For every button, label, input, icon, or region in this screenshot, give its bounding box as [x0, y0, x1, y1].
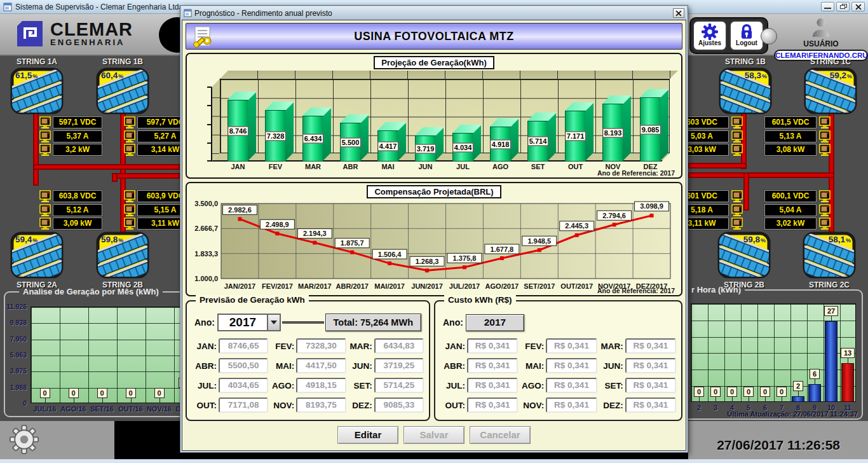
- month-field-label: MAI:: [519, 361, 546, 371]
- x-axis-label: 11: [832, 404, 863, 411]
- y-axis-label: 0: [6, 399, 27, 407]
- month-field-input[interactable]: R$ 0,341: [546, 358, 597, 373]
- solar-string-icon[interactable]: 59,8%: [96, 232, 149, 279]
- month-field-input[interactable]: 7328,30: [296, 338, 346, 354]
- monitor-icon: [731, 130, 743, 143]
- readout-value: 3,09 kW: [53, 218, 102, 230]
- bar-value-label: 0: [776, 387, 787, 397]
- dc-bus-pipe: [688, 172, 834, 178]
- total-mwh-display[interactable]: Total: 75,264 MWh: [325, 314, 421, 331]
- cancelar-button[interactable]: Cancelar: [470, 426, 531, 444]
- month-field-label: OUT:: [440, 401, 467, 410]
- percent-value: 58,1: [829, 235, 845, 244]
- readout-value: 5,04 A: [764, 204, 817, 216]
- month-field-input[interactable]: R$ 0,341: [625, 358, 676, 373]
- month-field: JUN:3719,25: [348, 358, 424, 373]
- percent-value: 59,2: [830, 71, 846, 80]
- svg-text:SET/2017: SET/2017: [524, 282, 555, 290]
- month-field: MAI:R$ 0,341: [519, 358, 597, 373]
- chart-wall-top: [220, 71, 678, 79]
- x-axis-label: JUN: [408, 163, 444, 170]
- y-axis-label: 9.938: [6, 319, 27, 326]
- logo-title: CLEMAR: [50, 21, 133, 38]
- logout-label: Logout: [736, 39, 757, 46]
- month-field-input[interactable]: 4417,50: [296, 358, 346, 373]
- month-field-input[interactable]: R$ 0,341: [546, 397, 597, 413]
- solar-string-icon[interactable]: 59,8%: [717, 232, 771, 279]
- label-stem: [74, 398, 74, 403]
- editar-button[interactable]: Editar: [337, 426, 398, 444]
- x-axis-label: AGO: [483, 163, 519, 170]
- bar-value-label: 5.500: [340, 137, 362, 147]
- close-dialog-button[interactable]: [673, 8, 684, 18]
- string-name: STRING 1A: [5, 57, 69, 66]
- month-field-input[interactable]: 6434,83: [374, 338, 424, 354]
- bar-value-label: 13: [841, 348, 855, 358]
- month-field-input[interactable]: 4034,65: [219, 378, 268, 393]
- bar: 4.918: [490, 127, 511, 162]
- x-axis-label: NOV/16: [144, 405, 175, 413]
- bar: [808, 384, 821, 402]
- month-field-input[interactable]: 5714,25: [374, 378, 424, 393]
- month-field: SET:5714,25: [348, 378, 424, 393]
- minimize-button[interactable]: [821, 2, 834, 11]
- solar-string-icon[interactable]: 60,4%: [96, 67, 149, 114]
- month-field-input[interactable]: R$ 0,341: [625, 378, 676, 393]
- dc-bus-pipe: [33, 112, 39, 186]
- month-field-input[interactable]: 5500,50: [219, 358, 268, 373]
- month-field-input[interactable]: 9085,33: [374, 397, 424, 413]
- month-field-input[interactable]: R$ 0,341: [625, 338, 676, 354]
- month-field-input[interactable]: R$ 0,341: [625, 397, 676, 413]
- plant-title: USINA FOTOVOLTAICA MTZ: [354, 30, 514, 43]
- solar-string-icon[interactable]: 61,5%: [10, 67, 64, 114]
- month-field-input[interactable]: 3719,25: [374, 358, 424, 373]
- month-field-input[interactable]: 7171,08: [219, 397, 268, 413]
- month-field-input[interactable]: R$ 0,341: [467, 378, 518, 393]
- bar-value-label: 6: [810, 369, 820, 379]
- user-silhouette-icon: [808, 17, 834, 38]
- month-field-label: JAN:: [440, 342, 467, 351]
- ajustes-button[interactable]: Ajustes: [693, 20, 727, 51]
- salvar-button[interactable]: Salvar: [403, 426, 465, 444]
- solar-string-icon[interactable]: 58,1%: [803, 232, 856, 279]
- month-field: MAR:6434,83: [348, 338, 424, 354]
- bar: 8.746: [227, 100, 248, 162]
- bar-value-label: 0: [40, 388, 50, 398]
- percent-unit: %: [847, 73, 852, 79]
- monitor-icon: [124, 218, 135, 230]
- string-percent: 59,8%: [743, 235, 766, 244]
- month-field-input[interactable]: R$ 0,341: [546, 378, 597, 393]
- percent-unit: %: [118, 73, 123, 79]
- svg-text:2.498,9: 2.498,9: [266, 221, 289, 228]
- x-axis-label: FEV: [258, 163, 294, 170]
- month-field-input[interactable]: R$ 0,341: [467, 338, 518, 354]
- custo-year-button[interactable]: 2017: [466, 314, 524, 331]
- ajustes-label: Ajustes: [698, 39, 721, 46]
- close-window-button[interactable]: [851, 2, 865, 11]
- year-dropdown[interactable]: 2017: [217, 314, 281, 331]
- solar-string-icon[interactable]: 59,4%: [10, 232, 64, 279]
- month-field-input[interactable]: R$ 0,341: [467, 358, 518, 373]
- solar-string-icon[interactable]: 58,3%: [719, 67, 772, 114]
- svg-text:2.445,3: 2.445,3: [565, 222, 588, 230]
- taskbar-edge: [0, 459, 868, 463]
- chevron-down-icon[interactable]: [267, 315, 280, 330]
- bar-value-label: 5.714: [527, 137, 549, 146]
- settings-gear-icon[interactable]: [9, 424, 39, 457]
- month-field-input[interactable]: R$ 0,341: [467, 397, 518, 413]
- string-name: STRING 1B: [714, 57, 777, 66]
- restore-button[interactable]: [836, 2, 850, 11]
- bar: 5.500: [340, 123, 361, 162]
- month-field-input[interactable]: 8746,65: [219, 338, 268, 354]
- logout-button[interactable]: Logout: [729, 20, 764, 51]
- month-field-input[interactable]: 4918,15: [296, 378, 346, 393]
- ano-label: Ano:: [194, 317, 215, 328]
- bar: 9.085: [640, 97, 661, 162]
- month-field-input[interactable]: 8193,75: [296, 397, 346, 413]
- dialog-titlebar[interactable]: Prognóstico - Rendimento anual previsto: [182, 6, 686, 20]
- month-field-input[interactable]: R$ 0,341: [546, 338, 597, 354]
- string-name: STRING 2A: [5, 280, 69, 289]
- solar-string-icon[interactable]: 59,2%: [804, 67, 857, 114]
- readout-value: 601,5 VDC: [764, 116, 817, 128]
- custo-group: Custo kWh (R$) Ano: 2017 JAN:R$ 0,341FEV…: [434, 300, 682, 421]
